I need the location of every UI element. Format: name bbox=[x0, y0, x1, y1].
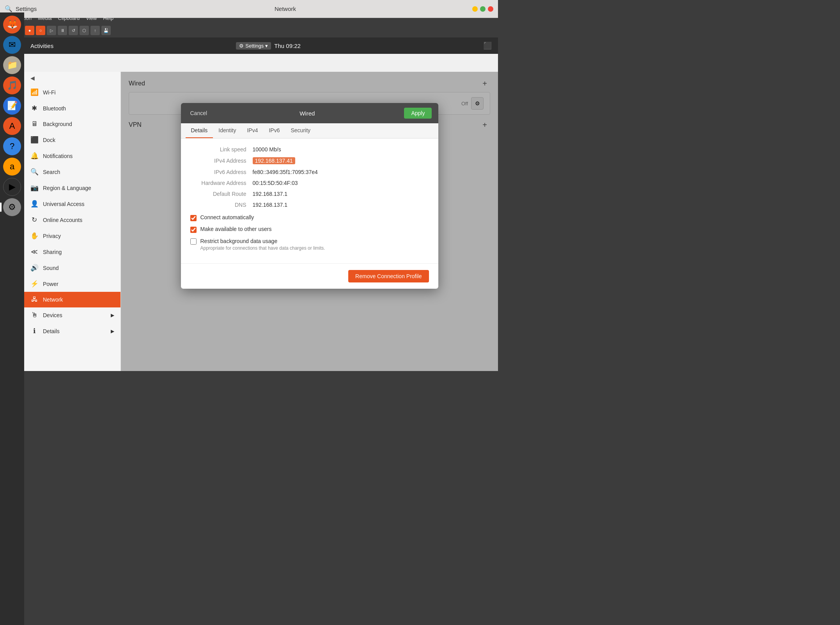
sidebar-item-background[interactable]: 🖥 Background bbox=[24, 116, 121, 132]
sidebar-item-dock[interactable]: ⬛ Dock bbox=[24, 132, 121, 148]
sidebar-item-details[interactable]: ℹ Details ▶ bbox=[24, 323, 121, 339]
tb-btn-3[interactable]: ● bbox=[25, 26, 34, 35]
default-route-label: Default Route bbox=[190, 191, 253, 197]
activities-button[interactable]: Activities bbox=[30, 43, 53, 49]
available-label[interactable]: Make available to other users bbox=[200, 226, 272, 232]
sidebar-item-devices-label: Devices bbox=[43, 312, 62, 318]
main-area: 🔍 Settings Network ◀ 📶 Wi-Fi ✱ Bluetooth… bbox=[24, 54, 498, 371]
settings-arrow-icon: ▾ bbox=[265, 43, 268, 49]
settings-badge[interactable]: ⚙ Settings ▾ bbox=[236, 42, 271, 50]
sidebar-item-network-label: Network bbox=[43, 297, 63, 303]
apply-button[interactable]: Apply bbox=[404, 108, 432, 119]
sidebar-item-devices[interactable]: 🖱 Devices ▶ bbox=[24, 307, 121, 323]
tab-security[interactable]: Security bbox=[285, 123, 316, 138]
sound-icon: 🔊 bbox=[30, 264, 38, 272]
tab-ipv6[interactable]: IPv6 bbox=[263, 123, 285, 138]
content-area: Wired + Off ⚙ VPN + bbox=[121, 72, 498, 371]
hardware-label: Hardware Address bbox=[190, 180, 253, 186]
wired-details-modal: Cancel Wired Apply Details Identity IPv4… bbox=[181, 103, 438, 289]
sidebar-item-universal[interactable]: 👤 Universal Access bbox=[24, 196, 121, 212]
link-speed-row: Link speed 10000 Mb/s bbox=[190, 146, 429, 153]
modal-checkboxes: Connect automatically Make available to … bbox=[190, 214, 429, 251]
available-checkbox[interactable] bbox=[190, 227, 197, 233]
back-button[interactable]: ◀ bbox=[24, 72, 121, 84]
cancel-button[interactable]: Cancel bbox=[187, 108, 211, 118]
sidebar-item-privacy[interactable]: ✋ Privacy bbox=[24, 228, 121, 244]
modal-tabs: Details Identity IPv4 IPv6 Security bbox=[181, 123, 438, 138]
minimize-circle[interactable] bbox=[472, 6, 478, 12]
sidebar-item-background-label: Background bbox=[43, 121, 72, 127]
auto-connect-label[interactable]: Connect automatically bbox=[200, 214, 254, 220]
sidebar-item-wifi-label: Wi-Fi bbox=[43, 89, 56, 96]
sidebar-item-power[interactable]: ⚡ Power bbox=[24, 276, 121, 292]
dock-icon-music[interactable]: 🎵 bbox=[3, 76, 21, 94]
modal-title: Wired bbox=[299, 110, 315, 117]
tb-btn-7[interactable]: ↺ bbox=[69, 26, 78, 35]
details-arrow-icon: ▶ bbox=[111, 328, 114, 334]
dock-icon-help[interactable]: ? bbox=[3, 137, 21, 155]
dock-icon-files[interactable]: 📁 bbox=[3, 56, 21, 74]
tb-btn-8[interactable]: ⬡ bbox=[80, 26, 89, 35]
network-title: Network bbox=[101, 5, 469, 12]
sidebar-item-notifications[interactable]: 🔔 Notifications bbox=[24, 148, 121, 164]
tab-ipv4[interactable]: IPv4 bbox=[241, 123, 263, 138]
privacy-icon: ✋ bbox=[30, 232, 38, 240]
sidebar-item-search[interactable]: 🔍 Search bbox=[24, 164, 121, 180]
tab-identity[interactable]: Identity bbox=[213, 123, 241, 138]
restrict-label[interactable]: Restrict background data usage bbox=[200, 238, 278, 244]
dock-icon-terminal[interactable]: ▶ bbox=[3, 178, 21, 196]
search-icon-sidebar: 🔍 bbox=[30, 168, 38, 176]
tb-btn-5[interactable]: ▷ bbox=[47, 26, 56, 35]
default-route-value: 192.168.137.1 bbox=[253, 191, 288, 197]
sidebar-item-details-label: Details bbox=[43, 328, 60, 334]
dns-row: DNS 192.168.137.1 bbox=[190, 202, 429, 208]
dock-icon-email[interactable]: ✉ bbox=[3, 36, 21, 54]
sidebar-item-sharing[interactable]: ≪ Sharing bbox=[24, 244, 121, 260]
dock-icon-writer[interactable]: 📝 bbox=[3, 97, 21, 115]
sidebar-item-bluetooth[interactable]: ✱ Bluetooth bbox=[24, 100, 121, 116]
sidebar-item-sound[interactable]: 🔊 Sound bbox=[24, 260, 121, 276]
auto-connect-checkbox[interactable] bbox=[190, 215, 197, 221]
sidebar-item-dock-label: Dock bbox=[43, 137, 55, 143]
dock-icon-appstore[interactable]: A bbox=[3, 117, 21, 135]
tb-btn-9[interactable]: ↑ bbox=[90, 26, 100, 35]
tb-btn-4[interactable]: ○ bbox=[36, 26, 45, 35]
notifications-icon: 🔔 bbox=[30, 152, 38, 160]
tb-btn-10[interactable]: 💾 bbox=[101, 26, 111, 35]
sidebar-item-online[interactable]: ↻ Online Accounts bbox=[24, 212, 121, 228]
sidebar-item-bluetooth-label: Bluetooth bbox=[43, 105, 66, 112]
settings-search-area: 🔍 Settings bbox=[5, 5, 98, 12]
sidebar-item-region[interactable]: 📷 Region & Language bbox=[24, 180, 121, 196]
sidebar-item-notifications-label: Notifications bbox=[43, 153, 73, 159]
dock: 🦊 ✉ 📁 🎵 📝 A ? a ▶ ⚙ bbox=[0, 12, 24, 371]
sidebar-item-online-label: Online Accounts bbox=[43, 217, 82, 223]
link-speed-value: 10000 Mb/s bbox=[253, 146, 281, 153]
dock-icon-amazon[interactable]: a bbox=[3, 158, 21, 176]
search-icon: 🔍 bbox=[5, 5, 12, 12]
tb-btn-6[interactable]: ⏸ bbox=[58, 26, 67, 35]
online-icon: ↻ bbox=[30, 216, 38, 224]
devices-icon: 🖱 bbox=[30, 311, 38, 319]
top-network-icon: ⬛ bbox=[483, 41, 492, 50]
tab-details[interactable]: Details bbox=[186, 123, 213, 138]
dns-value: 192.168.137.1 bbox=[253, 202, 288, 208]
win-buttons bbox=[472, 6, 493, 12]
sidebar-item-region-label: Region & Language bbox=[43, 185, 91, 191]
center-area: ⚙ Settings ▾ Thu 09:22 bbox=[236, 42, 301, 50]
sidebar-item-wifi[interactable]: 📶 Wi-Fi bbox=[24, 84, 121, 100]
ipv4-value: 192.168.137.41 bbox=[253, 157, 295, 164]
sidebar: ◀ 📶 Wi-Fi ✱ Bluetooth 🖥 Background ⬛ Doc… bbox=[24, 72, 121, 371]
close-circle[interactable] bbox=[488, 6, 493, 12]
power-icon: ⚡ bbox=[30, 280, 38, 288]
universal-icon: 👤 bbox=[30, 200, 38, 208]
auto-connect-row: Connect automatically bbox=[190, 214, 429, 221]
restrict-checkbox[interactable] bbox=[190, 238, 197, 245]
dock-icon-firefox[interactable]: 🦊 bbox=[3, 16, 21, 34]
maximize-circle[interactable] bbox=[480, 6, 486, 12]
available-row: Make available to other users bbox=[190, 226, 429, 233]
sidebar-item-sharing-label: Sharing bbox=[43, 249, 62, 255]
sidebar-item-network[interactable]: 🖧 Network bbox=[24, 292, 121, 307]
remove-connection-button[interactable]: Remove Connection Profile bbox=[348, 270, 429, 282]
dock-icon-settings[interactable]: ⚙ bbox=[3, 198, 21, 216]
top-panel: Activities ⚙ Settings ▾ Thu 09:22 ⬛ bbox=[24, 37, 498, 54]
